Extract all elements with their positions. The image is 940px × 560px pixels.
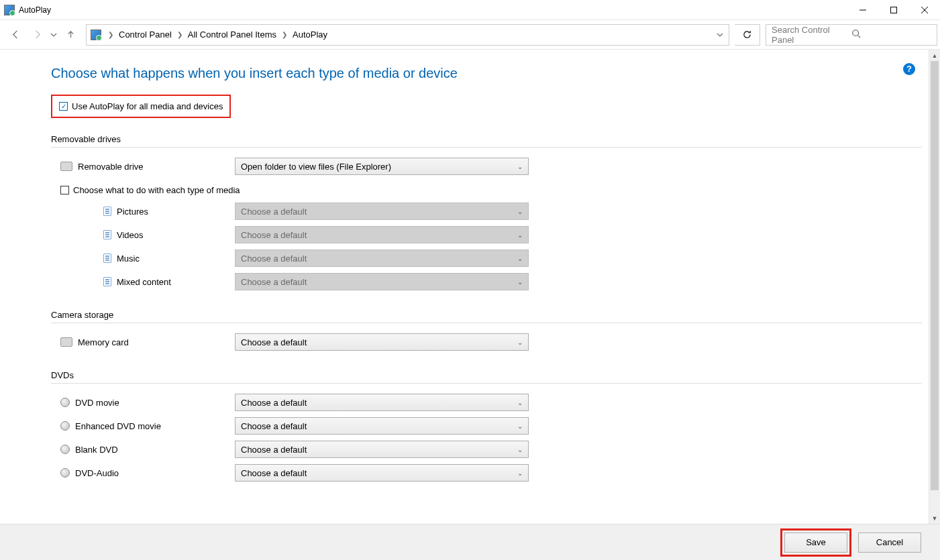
refresh-button[interactable]: [735, 24, 760, 46]
enhanced-dvd-movie-icon: [60, 421, 70, 431]
enhanced-dvd-movie-dropdown[interactable]: Choose a default⌄: [235, 417, 529, 435]
blank-dvd-dropdown[interactable]: Choose a default⌄: [235, 441, 529, 458]
dvd-audio-dropdown[interactable]: Choose a default⌄: [235, 464, 529, 482]
chevron-down-icon: ⌄: [517, 423, 523, 430]
help-icon[interactable]: ?: [903, 63, 915, 75]
chevron-down-icon: ⌄: [517, 339, 523, 346]
window-title: AutoPlay: [19, 5, 51, 15]
row-label: DVD-Audio: [75, 468, 119, 478]
scroll-up-button[interactable]: ▲: [929, 50, 940, 61]
vertical-scrollbar[interactable]: ▲ ▼: [929, 50, 940, 524]
svg-line-5: [858, 36, 861, 38]
chevron-down-icon: ⌄: [517, 278, 523, 286]
history-dropdown[interactable]: [48, 25, 59, 45]
row-label: Pictures: [117, 207, 148, 217]
section-title: Camera storage: [51, 310, 929, 320]
section-removable-drives: Removable drives Removable drive Open fo…: [51, 134, 929, 291]
dvd-movie-icon: [60, 398, 70, 407]
search-input[interactable]: Search Control Panel: [766, 24, 937, 46]
chevron-down-icon: ⌄: [517, 446, 523, 453]
chevron-down-icon: ⌄: [517, 163, 523, 170]
use-autoplay-checkbox[interactable]: [59, 102, 68, 111]
titlebar: AutoPlay: [0, 0, 940, 20]
scroll-thumb[interactable]: [931, 61, 939, 490]
search-icon: [851, 29, 931, 40]
chevron-down-icon: ⌄: [517, 231, 523, 239]
pictures-dropdown[interactable]: Choose a default⌄: [235, 203, 529, 220]
row-label: Enhanced DVD movie: [75, 421, 161, 431]
content: ? Choose what happens when you insert ea…: [0, 50, 929, 524]
breadcrumb-item[interactable]: Control Panel: [117, 30, 173, 40]
back-button[interactable]: [5, 25, 25, 45]
save-button[interactable]: Save: [784, 533, 847, 553]
row-label: Music: [117, 254, 140, 264]
mixed-content-icon: [103, 277, 111, 286]
divider: [51, 323, 922, 323]
dropdown-value: Choose a default: [241, 254, 307, 264]
up-button[interactable]: [60, 25, 81, 45]
section-title: Removable drives: [51, 134, 929, 144]
dropdown-value: Choose a default: [241, 207, 307, 217]
breadcrumb[interactable]: ❯ Control Panel ❯ All Control Panel Item…: [86, 24, 729, 46]
use-autoplay-label: Use AutoPlay for all media and devices: [72, 101, 223, 111]
removable-drive-dropdown[interactable]: Open folder to view files (File Explorer…: [235, 158, 529, 175]
maximize-button[interactable]: [878, 0, 909, 20]
svg-point-4: [853, 30, 859, 36]
section-camera-storage: Camera storage Memory card Choose a defa…: [51, 310, 929, 351]
search-placeholder: Search Control Panel: [772, 25, 851, 45]
navbar: ❯ Control Panel ❯ All Control Panel Item…: [0, 20, 940, 50]
divider: [51, 383, 922, 384]
svg-rect-1: [891, 7, 897, 13]
choose-media-label: Choose what to do with each type of medi…: [73, 185, 240, 195]
dvd-audio-icon: [60, 468, 70, 478]
row-label: DVD movie: [75, 398, 119, 408]
dropdown-value: Choose a default: [241, 445, 307, 455]
divider: [51, 147, 922, 148]
row-label: Videos: [117, 230, 144, 240]
highlight-use-autoplay: Use AutoPlay for all media and devices: [51, 95, 231, 118]
dvd-movie-dropdown[interactable]: Choose a default⌄: [235, 394, 529, 411]
choose-media-checkbox[interactable]: [60, 186, 69, 194]
breadcrumb-item[interactable]: All Control Panel Items: [187, 30, 278, 40]
row-label: Memory card: [78, 337, 129, 347]
dropdown-value: Choose a default: [241, 421, 307, 431]
memory-card-icon: [60, 337, 72, 347]
minimize-button[interactable]: [847, 0, 878, 20]
chevron-right-icon: ❯: [104, 31, 117, 38]
close-button[interactable]: [909, 0, 940, 20]
music-dropdown[interactable]: Choose a default⌄: [235, 249, 529, 267]
chevron-down-icon: ⌄: [517, 255, 523, 262]
window-controls: [847, 0, 940, 20]
dropdown-value: Open folder to view files (File Explorer…: [241, 162, 391, 172]
blank-dvd-icon: [60, 445, 70, 454]
row-label: Removable drive: [78, 162, 144, 172]
chevron-down-icon: ⌄: [517, 399, 523, 406]
memory-card-dropdown[interactable]: Choose a default⌄: [235, 333, 529, 351]
highlight-save: Save: [780, 528, 851, 557]
removable-drive-icon: [60, 162, 72, 171]
chevron-right-icon: ❯: [173, 31, 187, 38]
dropdown-value: Choose a default: [241, 398, 307, 408]
row-label: Blank DVD: [75, 445, 118, 455]
breadcrumb-icon: [91, 30, 101, 40]
forward-button[interactable]: [27, 25, 47, 45]
mixed-content-dropdown[interactable]: Choose a default⌄: [235, 273, 529, 290]
cancel-button[interactable]: Cancel: [858, 533, 921, 553]
footer: Save Cancel: [0, 524, 940, 560]
dropdown-value: Choose a default: [241, 337, 307, 347]
section-title: DVDs: [51, 370, 929, 380]
chevron-right-icon: ❯: [278, 31, 291, 38]
videos-dropdown[interactable]: Choose a default⌄: [235, 226, 529, 243]
breadcrumb-item[interactable]: AutoPlay: [291, 30, 329, 40]
page-title: Choose what happens when you insert each…: [51, 66, 929, 81]
section-dvds: DVDs DVD movie Choose a default⌄ Enhance…: [51, 370, 929, 482]
videos-icon: [103, 230, 111, 239]
pictures-icon: [103, 207, 111, 216]
breadcrumb-history-dropdown[interactable]: [713, 25, 727, 45]
dropdown-value: Choose a default: [241, 468, 307, 478]
dropdown-value: Choose a default: [241, 230, 307, 240]
scroll-down-button[interactable]: ▼: [929, 512, 940, 524]
row-label: Mixed content: [117, 277, 171, 287]
chevron-down-icon: ⌄: [517, 208, 523, 215]
dropdown-value: Choose a default: [241, 277, 307, 287]
